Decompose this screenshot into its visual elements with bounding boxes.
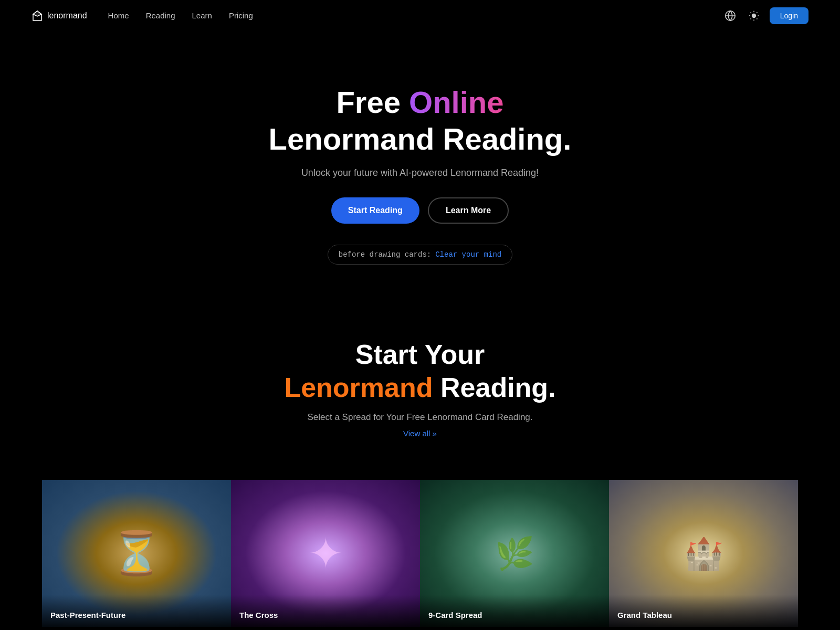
nav-item-learn[interactable]: Learn xyxy=(192,11,212,20)
svg-line-4 xyxy=(750,13,751,13)
hint-prefix: before drawing cards: xyxy=(339,250,431,259)
nav-item-pricing[interactable]: Pricing xyxy=(229,11,253,20)
hero-title-line2: Lenormand Reading. xyxy=(10,121,830,158)
nav-right: Login xyxy=(722,7,808,24)
view-all-link[interactable]: View all » xyxy=(403,429,437,438)
card-past-present-future[interactable]: Past-Present-Future xyxy=(42,480,231,627)
card-label-0: Past-Present-Future xyxy=(42,595,231,627)
logo-link[interactable]: lenormand xyxy=(32,10,87,22)
logo-text: lenormand xyxy=(47,11,87,20)
svg-line-5 xyxy=(757,18,757,19)
nav-item-home[interactable]: Home xyxy=(108,11,129,20)
card-9-card-spread[interactable]: 9-Card Spread xyxy=(420,480,609,627)
hero-subtitle: Unlock your future with AI-powered Lenor… xyxy=(10,167,830,178)
spread-title-line2: Reading. xyxy=(433,372,556,403)
start-reading-button[interactable]: Start Reading xyxy=(331,197,419,224)
login-button[interactable]: Login xyxy=(770,7,808,24)
nav-links: Home Reading Learn Pricing xyxy=(108,11,253,20)
spread-title-highlight: Lenormand xyxy=(284,372,433,403)
card-grand-tableau[interactable]: Grand Tableau xyxy=(609,480,798,627)
clear-mind-link[interactable]: Clear your mind xyxy=(435,250,501,259)
svg-line-8 xyxy=(750,18,751,19)
card-label-2: 9-Card Spread xyxy=(420,595,609,627)
svg-line-9 xyxy=(757,13,757,13)
cards-grid: Past-Present-Future The Cross 9-Card Spr… xyxy=(0,480,840,627)
navbar: lenormand Home Reading Learn Pricing xyxy=(0,0,840,32)
card-the-cross[interactable]: The Cross xyxy=(231,480,420,627)
hero-buttons: Start Reading Learn More xyxy=(10,197,830,224)
language-icon[interactable] xyxy=(722,8,738,24)
svg-point-1 xyxy=(752,14,756,18)
spread-section: Start Your Lenormand Reading. Select a S… xyxy=(0,296,840,480)
card-label-3: Grand Tableau xyxy=(609,595,798,627)
spread-subtitle: Select a Spread for Your Free Lenormand … xyxy=(42,412,798,423)
card-label-1: The Cross xyxy=(231,595,420,627)
hero-title-prefix: Free xyxy=(336,85,409,119)
theme-toggle[interactable] xyxy=(747,8,761,23)
nav-item-reading[interactable]: Reading xyxy=(146,11,175,20)
learn-more-button[interactable]: Learn More xyxy=(428,197,509,224)
hero-hint: before drawing cards: Clear your mind xyxy=(328,245,512,265)
spread-title: Start Your Lenormand Reading. xyxy=(42,338,798,404)
hero-section: Free Online Lenormand Reading. Unlock yo… xyxy=(0,32,840,296)
hero-title-line1: Free Online xyxy=(10,84,830,121)
hero-title: Free Online Lenormand Reading. xyxy=(10,84,830,157)
logo-icon xyxy=(32,10,43,22)
spread-title-line1: Start Your xyxy=(355,339,485,370)
hero-title-highlight: Online xyxy=(409,85,503,119)
